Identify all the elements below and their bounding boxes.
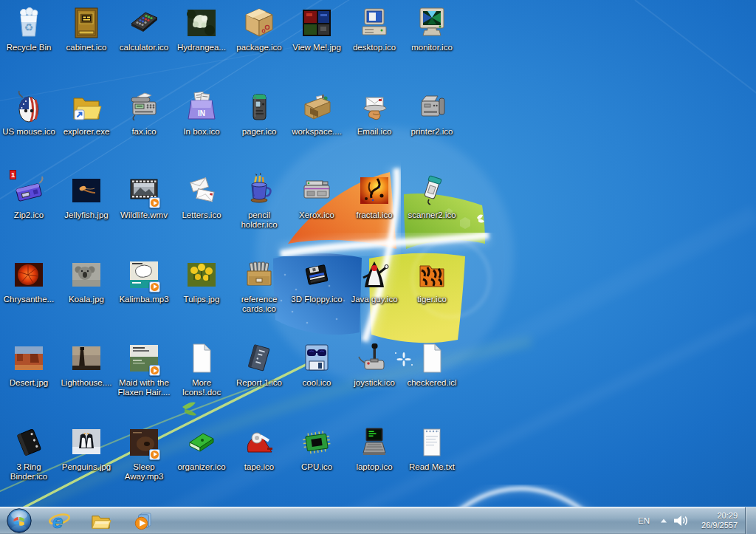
desktop-icon-desktop-ico[interactable]: desktop.ico — [346, 1, 403, 86]
desktop-icon-package-ico[interactable]: package.ico — [230, 1, 288, 86]
icon-label: Lighthouse.... — [61, 378, 111, 388]
desktop-icon-tulips-jpg[interactable]: Tulips.jpg — [173, 253, 230, 338]
desktop-icon-printer2-ico[interactable]: printer2.ico — [403, 86, 461, 170]
icon-label: 3D Floppy.ico — [291, 295, 342, 304]
desktop-icon-checkered-icl[interactable]: checkered.icl — [403, 337, 461, 421]
icon-label: Koala.jpg — [69, 295, 104, 304]
desktop-icon-scanner2-ico[interactable]: scanner2.ico — [403, 169, 461, 253]
media-play-badge-icon — [149, 365, 160, 376]
desktop-icon-hydrangea[interactable]: Hydrangea... — [173, 1, 230, 86]
desktop-icon-report-1-ico[interactable]: Report 1.ico — [230, 337, 288, 421]
desktop-icon-cool-ico[interactable]: cool.ico — [288, 337, 346, 421]
desktop-icon-more-icons-doc[interactable]: More Icons!.doc — [173, 337, 230, 421]
desktop-icon-fax-ico[interactable]: fax.ico — [115, 86, 173, 170]
desktop-icon-calculator-ico[interactable]: calculator.ico — [115, 1, 173, 86]
icon-label: Report 1.ico — [236, 378, 282, 388]
desktop-icon-cpu-ico[interactable]: CPU.ico — [288, 421, 346, 505]
internet-explorer-taskbar-button[interactable] — [38, 507, 80, 534]
desktop-icon-view-me-jpg[interactable]: View Me!.jpg — [288, 1, 346, 86]
desktop-icon-java-guy-ico[interactable]: Java guy.ico — [346, 253, 403, 338]
desktop-icon-jellyfish-jpg[interactable]: Jellyfish.jpg — [58, 169, 115, 253]
speaker-icon — [673, 515, 687, 527]
desktop-icon-grid: Recycle Bincabinet.icocalculator.icoHydr… — [0, 1, 461, 504]
desktop-icon-monitor-ico[interactable]: monitor.ico — [403, 1, 461, 86]
desktop-icon-reference-cards-ico[interactable]: reference cards.ico — [230, 253, 288, 338]
java-duke-icon — [357, 257, 392, 292]
desktop-icon-read-me-txt[interactable]: Read Me.txt — [403, 421, 461, 505]
desktop-icon-chrysanthe[interactable]: Chrysanthe... — [0, 253, 58, 338]
show-desktop-button[interactable] — [745, 507, 756, 534]
desktop-icon-explorer-exe[interactable]: explorer.exe — [58, 86, 115, 170]
desktop-icon-email-ico[interactable]: Email.ico — [346, 86, 403, 170]
icon-label: Wildlife.wmv — [120, 210, 168, 220]
icon-label: checkered.icl — [407, 378, 456, 388]
windows-explorer-taskbar-button[interactable] — [80, 507, 121, 534]
desktop-icon-maid-with-the-flaxen-hair[interactable]: Maid with the Flaxen Hair.... — [115, 337, 173, 421]
desktop-icon-sleep-away-mp3[interactable]: Sleep Away.mp3 — [115, 421, 173, 505]
windows-explorer-icon — [89, 510, 112, 533]
icon-label: cool.ico — [303, 378, 331, 388]
volume-button[interactable] — [671, 507, 689, 534]
desktop-icon-pager-ico[interactable]: pager.ico — [230, 86, 288, 170]
system-tray: EN 20:29 26/9/2557 — [631, 507, 756, 534]
desktop-icon-wildlife-wmv[interactable]: Wildlife.wmv — [115, 169, 173, 253]
desktop-icon-3d-floppy-ico[interactable]: 3D Floppy.ico — [288, 253, 346, 338]
clock-date: 26/9/2557 — [695, 521, 738, 530]
album-kalimba-icon — [126, 257, 162, 292]
album-maid-icon — [126, 340, 162, 376]
photo-collage-icon — [299, 5, 334, 41]
desktop-icon-fractal-ico[interactable]: fractal.ico — [346, 169, 403, 253]
desktop-icon-desert-jpg[interactable]: Desert.jpg — [0, 337, 58, 421]
floppy-3d-icon — [299, 257, 334, 292]
desktop-icon-tape-ico[interactable]: tape.ico — [230, 421, 288, 505]
icon-label: tape.ico — [244, 462, 274, 472]
desktop-icon-penguins-jpg[interactable]: Penguins.jpg — [58, 421, 115, 505]
icon-label: Zip2.ico — [14, 210, 44, 220]
clock[interactable]: 20:29 26/9/2557 — [695, 511, 738, 530]
card-file-icon — [241, 257, 277, 292]
language-indicator[interactable]: EN — [631, 516, 656, 525]
clock-time: 20:29 — [695, 511, 738, 521]
windows-media-player-taskbar-button[interactable] — [121, 507, 162, 534]
desktop-icon-laptop-ico[interactable]: laptop.ico — [346, 421, 403, 505]
icon-label: Recycle Bin — [7, 43, 52, 52]
desktop-icon-cabinet-ico[interactable]: cabinet.ico — [58, 1, 115, 86]
icon-label: explorer.exe — [63, 127, 110, 137]
desktop-icon-3-ring-binder-ico[interactable]: 3 Ring Binder.ico — [0, 421, 58, 505]
desktop-icon-koala-jpg[interactable]: Koala.jpg — [58, 253, 115, 338]
video-film-icon — [126, 173, 162, 208]
zip-drive-icon: 1 — [11, 173, 47, 208]
icon-label: fax.ico — [131, 127, 156, 137]
hidden-icons-arrow[interactable] — [656, 507, 671, 534]
icon-label: joystick.ico — [354, 378, 395, 388]
icon-label: Xerox.ico — [299, 210, 334, 220]
desktop-icon-us-mouse-ico[interactable]: US mouse.ico — [0, 86, 58, 170]
icon-label: laptop.ico — [356, 462, 392, 472]
desktop-icon-tiger-ico[interactable]: tiger.ico — [403, 253, 461, 338]
icon-label: Tulips.jpg — [184, 295, 220, 304]
desktop-icon-zip2-ico[interactable]: 1Zip2.ico — [0, 169, 58, 253]
icon-label: cabinet.ico — [66, 43, 107, 52]
desktop-icon-pencil-holder-ico[interactable]: pencil holder.ico — [230, 169, 288, 253]
icon-label: Email.ico — [357, 127, 392, 137]
desktop-icon-xerox-ico[interactable]: Xerox.ico — [288, 169, 346, 253]
icon-label: Penguins.jpg — [62, 462, 111, 472]
windows-start-orb-icon — [6, 507, 32, 534]
laptop-icon — [357, 425, 392, 460]
media-play-badge-icon — [149, 281, 160, 292]
icon-label: Kalimba.mp3 — [119, 295, 168, 304]
start-button[interactable] — [0, 507, 38, 534]
icon-label: monitor.ico — [411, 43, 453, 52]
desktop-icon-organizer-ico[interactable]: organizer.ico — [173, 421, 230, 505]
desktop-icon-workspace[interactable]: workspace.... — [288, 86, 346, 170]
desktop-icon-in-box-ico[interactable]: In box.ico — [173, 86, 230, 170]
desktop-icon-recycle-bin[interactable]: Recycle Bin — [0, 1, 58, 86]
desktop-icon-kalimba-mp3[interactable]: Kalimba.mp3 — [115, 253, 173, 338]
recycle-bin-icon — [11, 5, 47, 41]
icon-label: View Me!.jpg — [292, 43, 341, 52]
desktop-icon-lighthouse[interactable]: Lighthouse.... — [58, 337, 115, 421]
icon-label: Read Me.txt — [409, 462, 455, 472]
icon-label: 3 Ring Binder.ico — [0, 462, 58, 482]
desktop-icon-joystick-ico[interactable]: joystick.ico — [346, 337, 403, 421]
desktop-icon-letters-ico[interactable]: Letters.ico — [173, 169, 230, 253]
